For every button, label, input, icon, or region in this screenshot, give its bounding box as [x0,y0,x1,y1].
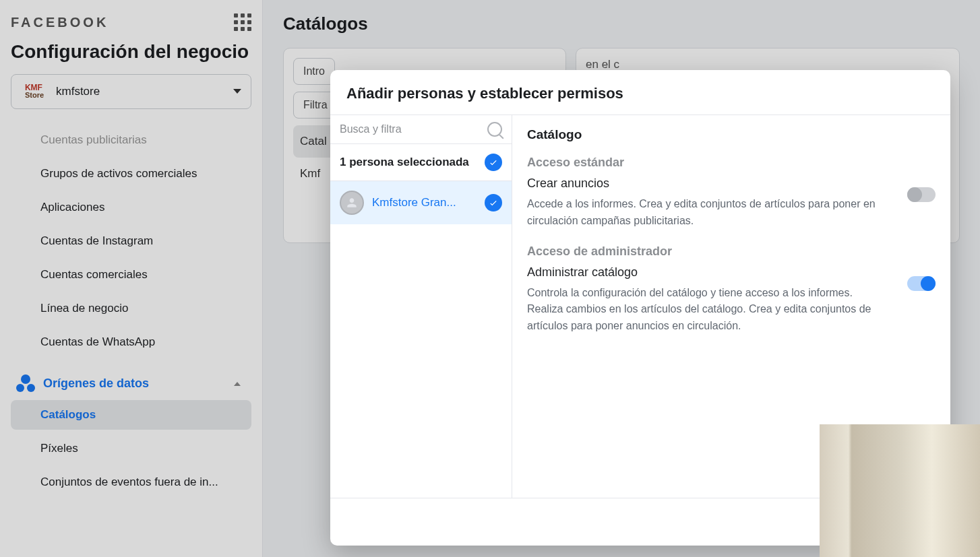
search-input[interactable] [340,123,487,135]
sidebar-item-catalogs[interactable]: Catálogos [11,400,251,430]
person-name: Kmfstore Gran... [372,196,477,209]
check-badge-icon[interactable] [485,194,502,211]
modal-people-column: 1 persona seleccionada Kmfstore Gran... [330,115,512,498]
brand-text: FACEBOOK [11,15,109,30]
chevron-down-icon [233,89,241,94]
chevron-up-icon [234,382,241,386]
permission-title: Crear anuncios [527,176,888,191]
business-selector[interactable]: KMF Store kmfstore [11,74,251,109]
main-title: Catálogos [283,13,960,34]
permission-desc: Controla la configuración del catálogo y… [527,285,888,335]
data-sources-icon [16,374,35,393]
business-logo-bot: Store [25,92,44,99]
selected-count-row: 1 persona seleccionada [330,144,512,181]
permissions-title: Catálogo [527,127,936,142]
sidebar-item-business-line[interactable]: Línea de negocio [11,294,251,323]
admin-access-header: Acceso de administrador [527,244,936,259]
sidebar: FACEBOOK Configuración del negocio KMF S… [0,0,263,557]
search-icon[interactable] [487,122,502,137]
permission-desc: Accede a los informes. Crea y edita conj… [527,196,888,230]
sidebar-section-label: Orígenes de datos [43,376,149,391]
business-name: kmfstore [56,85,225,98]
avatar-icon [340,191,364,215]
permission-title: Administrar catálogo [527,265,888,280]
person-row[interactable]: Kmfstore Gran... [330,181,512,224]
brand-row: FACEBOOK [11,13,251,31]
page-title: Configuración del negocio [11,40,251,63]
modal-title: Añadir personas y establecer permisos [330,70,950,114]
standard-access-header: Acceso estándar [527,156,936,170]
sidebar-item-ad-accounts[interactable]: Cuentas publicitarias [11,125,251,155]
sidebar-section-data-sources[interactable]: Orígenes de datos [11,368,251,400]
selected-count-text: 1 persona seleccionada [340,156,469,169]
sidebar-item-apps[interactable]: Aplicaciones [11,193,251,222]
sidebar-item-offline-events[interactable]: Conjuntos de eventos fuera de in... [11,467,251,497]
webcam-overlay [820,424,980,557]
sidebar-item-commerce[interactable]: Cuentas comerciales [11,260,251,290]
permission-create-ads: Crear anuncios Accede a los informes. Cr… [527,176,936,230]
intro-pill[interactable]: Intro [293,58,335,85]
sidebar-item-pixels[interactable]: Píxeles [11,434,251,463]
business-logo: KMF Store [21,81,48,102]
toggle-create-ads[interactable] [907,187,936,202]
sidebar-item-instagram[interactable]: Cuentas de Instagram [11,226,251,256]
permission-manage-catalog: Administrar catálogo Controla la configu… [527,265,936,335]
apps-grid-icon[interactable] [234,13,251,31]
toggle-manage-catalog[interactable] [907,276,936,291]
check-badge-icon [485,154,502,171]
search-row [330,115,512,144]
detail-text-1: en el c [586,58,950,71]
sidebar-item-whatsapp[interactable]: Cuentas de WhatsApp [11,327,251,357]
sidebar-item-asset-groups[interactable]: Grupos de activos comerciales [11,159,251,189]
